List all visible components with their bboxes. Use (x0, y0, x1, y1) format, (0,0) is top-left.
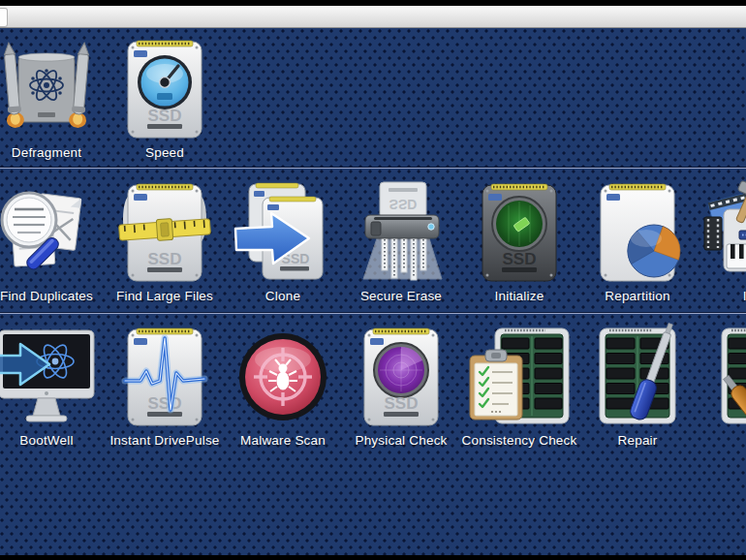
ssd-label-sticker (134, 50, 147, 57)
instant-drivepulse-icon: SSD (111, 323, 218, 431)
item-label: Initialize (495, 289, 544, 303)
section-row-2: Find Duplicates SSD Find Large Files SSD (0, 169, 746, 314)
defragment-icon (0, 35, 100, 143)
ssd-embossed-text: SSD (385, 394, 419, 413)
ssd-embossed-text: SSD (148, 250, 182, 268)
grid-item-repartition[interactable]: Repartition (578, 178, 697, 303)
item-label: BootWell (19, 433, 73, 448)
clone-icon-art: SSD (230, 178, 336, 287)
imac-display (0, 330, 94, 421)
ssd-embossed-text: SSD (148, 394, 182, 413)
rebuild-icon (702, 323, 746, 431)
item-label: Speed (145, 145, 184, 160)
find-large-files-icon: SSD (111, 178, 218, 287)
malware-scan-icon-art (230, 323, 336, 431)
item-label: Defragment (12, 145, 82, 160)
window-toolbar (0, 6, 746, 28)
initialize-icon-art: SSD (466, 178, 573, 287)
bootwell-icon-art (0, 323, 100, 431)
speed-icon: SSD (111, 35, 218, 143)
secure-erase-icon-art: SSD (348, 178, 454, 287)
item-label: Find Large Files (116, 289, 213, 303)
grid-item-icon[interactable]: Icon (697, 178, 746, 303)
toolbar-button-fragment[interactable] (0, 8, 8, 27)
repair-icon (584, 323, 691, 431)
ssd-flipped-text: SSD (389, 197, 418, 212)
ssd-connector-pins (137, 184, 193, 190)
ssd-label-sticker (134, 338, 147, 345)
icon-tool-icon (702, 178, 746, 287)
grid-item-consistency-check[interactable]: Consistency Check (460, 323, 578, 448)
ssd-subtitle-bar (384, 412, 419, 417)
section-row-3: BootWell SSD Instant DrivePulse (0, 314, 746, 555)
grid-item-speed[interactable]: SSD Speed (106, 35, 224, 160)
ssd-connector-pins (609, 184, 666, 190)
item-label: Repair (618, 433, 658, 448)
ssd-connector-pins (137, 41, 193, 47)
grid-item-instant-drivepulse[interactable]: SSD Instant DrivePulse (106, 323, 224, 448)
ssd-subtitle-bar (147, 124, 182, 129)
consistency-check-icon-art (466, 323, 573, 431)
instant-drivepulse-icon-art: SSD (111, 323, 218, 431)
grid-item-malware-scan[interactable]: Malware Scan (224, 323, 342, 448)
ssd-subtitle-bar (147, 267, 182, 272)
malware-scan-icon (230, 323, 336, 431)
physical-check-icon: SSD (348, 323, 454, 431)
grid-item-secure-erase[interactable]: SSD Secure Erase (342, 178, 460, 303)
defragment-icon-art (0, 35, 100, 143)
item-label: Instant DrivePulse (109, 433, 219, 448)
repartition-icon (584, 178, 691, 287)
item-label: Clone (265, 289, 300, 303)
physical-check-icon-art: SSD (348, 323, 454, 431)
grid-item-find-large-files[interactable]: SSD Find Large Files (106, 178, 224, 303)
find-duplicates-icon (0, 178, 100, 287)
ssd-embossed-text: SSD (503, 250, 537, 268)
grid-item-re[interactable]: Re (697, 323, 746, 448)
speed-icon-art: SSD (111, 35, 218, 143)
grid-item-bootwell[interactable]: BootWell (0, 323, 106, 448)
item-label: Physical Check (355, 433, 447, 448)
ssd-embossed-text: SSD (148, 107, 182, 125)
film-reel (704, 217, 722, 250)
grid-item-clone[interactable]: SSD Clone (224, 178, 342, 303)
item-label: Find Duplicates (0, 289, 93, 303)
window-frame-bottom (0, 555, 746, 559)
checklist-clipboard (470, 350, 522, 420)
grid-item-find-duplicates[interactable]: Find Duplicates (0, 178, 106, 303)
find-duplicates-icon-art (0, 178, 100, 287)
partition-pie-chart (628, 225, 680, 277)
repartition-icon-art (584, 178, 691, 287)
ssd-label-sticker (370, 338, 384, 345)
ssd-label-sticker (606, 194, 620, 201)
icon-tool-icon-art (702, 178, 746, 287)
shredder-body (365, 215, 439, 238)
find-large-files-icon-art: SSD (111, 178, 218, 287)
ssd-connector-pins (373, 328, 429, 334)
ssd-label-sticker (488, 194, 502, 201)
ssd-subtitle-bar (502, 267, 537, 272)
feature-grid-canvas: Defragment SSD Speed (0, 28, 746, 555)
green-scope-screen (492, 197, 546, 251)
speedometer-gauge (138, 55, 192, 109)
grid-item-repair[interactable]: Repair (578, 323, 697, 448)
grid-item-defragment[interactable]: Defragment (0, 35, 106, 160)
rebuild-icon-art (702, 323, 746, 431)
repair-icon-art (584, 323, 691, 431)
grid-item-physical-check[interactable]: SSD Physical Check (342, 323, 460, 448)
initialize-icon: SSD (466, 178, 573, 287)
ssd-being-shredded: SSD (380, 182, 426, 218)
consistency-check-icon (466, 323, 573, 431)
item-label: Secure Erase (360, 289, 442, 303)
secure-erase-icon: SSD (348, 178, 454, 287)
purple-radar-screen (374, 343, 428, 397)
section-row-1: Defragment SSD Speed (0, 28, 746, 169)
ssd-subtitle-bar (147, 412, 182, 417)
clone-icon: SSD (230, 178, 336, 287)
ssd-label-sticker (134, 194, 147, 201)
item-label: Consistency Check (462, 433, 577, 448)
bootwell-icon (0, 323, 100, 431)
ssd-connector-pins (491, 184, 547, 190)
grid-item-initialize[interactable]: SSD Initialize (460, 178, 578, 303)
ssd-connector-pins (137, 328, 193, 334)
item-label: Malware Scan (240, 433, 326, 448)
